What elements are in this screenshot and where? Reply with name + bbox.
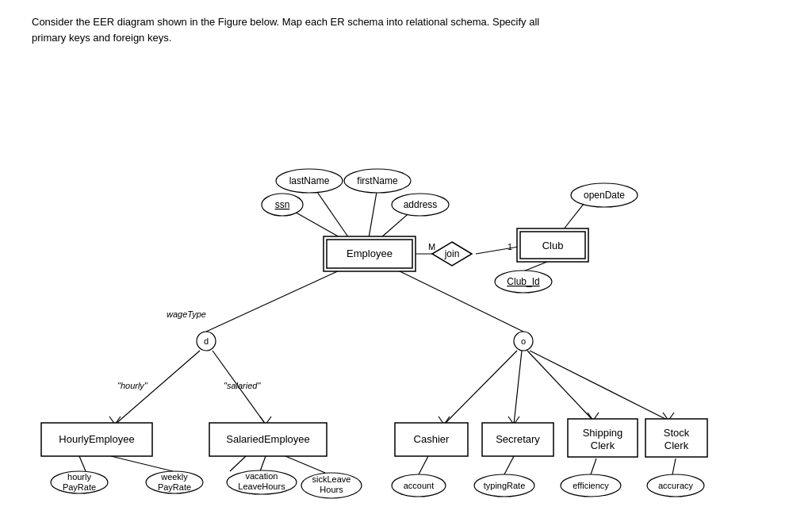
svg-line-27 <box>230 456 246 471</box>
svg-text:"salaried": "salaried" <box>224 381 261 390</box>
svg-line-5 <box>476 246 523 254</box>
svg-line-31 <box>504 456 514 474</box>
svg-text:o: o <box>521 336 526 346</box>
svg-line-15 <box>206 270 341 332</box>
svg-text:vacation: vacation <box>246 471 278 481</box>
desc-line2: primary keys and foreign keys. <box>32 32 171 44</box>
svg-text:Hours: Hours <box>320 485 343 494</box>
svg-line-30 <box>419 456 428 474</box>
svg-line-26 <box>111 456 173 471</box>
svg-text:address: address <box>404 199 438 210</box>
svg-text:PayRate: PayRate <box>63 482 96 492</box>
svg-line-2 <box>292 210 341 238</box>
svg-line-25 <box>79 456 86 471</box>
svg-text:Secretary: Secretary <box>496 433 540 445</box>
svg-text:Club: Club <box>542 240 564 251</box>
svg-text:sickLeave: sickLeave <box>312 474 351 484</box>
svg-text:accuracy: accuracy <box>658 481 694 490</box>
svg-text:LeaveHours: LeaveHours <box>238 482 285 491</box>
svg-line-33 <box>672 459 676 474</box>
svg-text:lastName: lastName <box>289 175 330 186</box>
svg-line-32 <box>591 459 596 474</box>
svg-text:HourlyEmployee: HourlyEmployee <box>59 433 134 445</box>
svg-text:typingRate: typingRate <box>484 481 526 490</box>
svg-text:firstName: firstName <box>357 175 398 186</box>
svg-line-0 <box>317 192 349 238</box>
description-text: Consider the EER diagram shown in the Fi… <box>32 14 761 45</box>
svg-text:join: join <box>444 248 460 259</box>
svg-line-24 <box>530 351 668 420</box>
svg-line-9 <box>523 262 547 271</box>
svg-text:1: 1 <box>508 242 512 251</box>
svg-line-22 <box>514 351 522 424</box>
svg-text:efficiency: efficiency <box>573 481 609 490</box>
svg-line-21 <box>444 351 517 424</box>
svg-text:Employee: Employee <box>347 248 393 259</box>
svg-text:Clerk: Clerk <box>591 439 615 451</box>
svg-text:Clerk: Clerk <box>665 439 689 451</box>
svg-text:ssn: ssn <box>275 199 290 210</box>
svg-text:openDate: openDate <box>584 190 625 201</box>
svg-text:account: account <box>404 481 435 490</box>
svg-text:PayRate: PayRate <box>158 482 191 492</box>
svg-line-1 <box>369 192 377 238</box>
svg-text:wageType: wageType <box>167 309 206 319</box>
svg-line-28 <box>260 456 266 471</box>
svg-text:Cashier: Cashier <box>414 433 450 445</box>
svg-text:Club_Id: Club_Id <box>507 276 539 287</box>
svg-text:"hourly": "hourly" <box>117 381 148 390</box>
svg-line-23 <box>527 351 593 420</box>
svg-text:SalariedEmployee: SalariedEmployee <box>226 433 310 445</box>
svg-text:d: d <box>204 336 209 346</box>
svg-text:M: M <box>428 242 435 251</box>
svg-text:Shipping: Shipping <box>583 427 623 439</box>
svg-text:weekly: weekly <box>160 472 188 482</box>
svg-line-29 <box>285 456 325 473</box>
eer-diagram: M 1 wageType d o "hourly" "salaried" <box>0 71 812 516</box>
svg-text:Stock: Stock <box>664 427 690 439</box>
svg-text:hourly: hourly <box>67 472 91 482</box>
desc-line1: Consider the EER diagram shown in the Fi… <box>32 16 539 28</box>
